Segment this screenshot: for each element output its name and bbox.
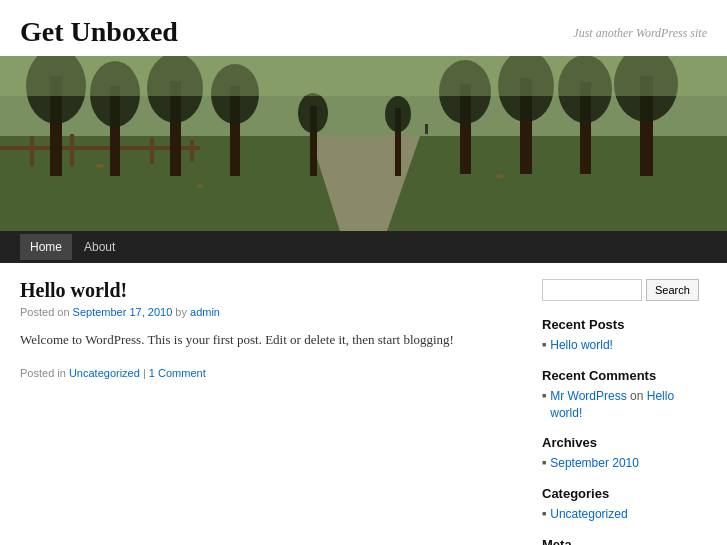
svg-point-31: [96, 164, 104, 168]
categories-list: Uncategorized: [542, 506, 707, 523]
post-comments-link[interactable]: 1 Comment: [149, 367, 206, 379]
site-header: Get Unboxed Just another WordPress site: [0, 0, 727, 56]
list-item: September 2010: [542, 455, 707, 472]
recent-posts-list: Hello world!: [542, 337, 707, 354]
search-button[interactable]: Search: [646, 279, 699, 301]
nav-item-about[interactable]: About: [74, 234, 125, 260]
archives-list: September 2010: [542, 455, 707, 472]
meta-section: Meta Log in Entries RSS Comments RSS Wor…: [542, 537, 707, 545]
post-body: Welcome to WordPress. This is your first…: [20, 330, 522, 351]
category-link[interactable]: Uncategorized: [550, 506, 627, 523]
main-content: Hello world! Posted on September 17, 201…: [20, 279, 522, 545]
list-item: Uncategorized: [542, 506, 707, 523]
hero-image: [0, 56, 727, 231]
search-input[interactable]: [542, 279, 642, 301]
recent-posts-heading: Recent Posts: [542, 317, 707, 332]
post-author[interactable]: admin: [190, 306, 220, 318]
categories-heading: Categories: [542, 486, 707, 501]
post-footer: Posted in Uncategorized | 1 Comment: [20, 367, 522, 379]
archives-section: Archives September 2010: [542, 435, 707, 472]
archive-link[interactable]: September 2010: [550, 455, 639, 472]
sidebar: Search Recent Posts Hello world! Recent …: [542, 279, 707, 545]
list-item: Mr WordPress on Hello world!: [542, 388, 707, 422]
svg-point-32: [197, 184, 203, 188]
svg-rect-30: [0, 56, 727, 96]
svg-rect-8: [190, 140, 194, 162]
search-box: Search: [542, 279, 707, 301]
post-date[interactable]: September 17, 2010: [73, 306, 173, 318]
recent-post-link[interactable]: Hello world!: [550, 337, 613, 354]
site-tagline: Just another WordPress site: [573, 26, 707, 41]
content-area: Hello world! Posted on September 17, 201…: [0, 263, 727, 545]
main-nav: Home About: [0, 231, 727, 263]
svg-point-28: [385, 96, 411, 132]
post-title: Hello world!: [20, 279, 522, 302]
meta-heading: Meta: [542, 537, 707, 545]
commenter-link[interactable]: Mr WordPress: [550, 389, 626, 403]
svg-rect-5: [70, 134, 74, 166]
svg-rect-4: [30, 136, 34, 166]
svg-point-33: [496, 174, 504, 178]
post-meta: Posted on September 17, 2010 by admin: [20, 306, 522, 318]
nav-item-home[interactable]: Home: [20, 234, 72, 260]
post-category[interactable]: Uncategorized: [69, 367, 140, 379]
site-title: Get Unboxed: [20, 16, 178, 48]
list-item: Hello world!: [542, 337, 707, 354]
recent-posts-section: Recent Posts Hello world!: [542, 317, 707, 354]
recent-comments-section: Recent Comments Mr WordPress on Hello wo…: [542, 368, 707, 422]
svg-rect-29: [425, 124, 428, 134]
svg-rect-7: [150, 138, 154, 164]
svg-point-26: [298, 93, 328, 133]
archives-heading: Archives: [542, 435, 707, 450]
recent-comments-list: Mr WordPress on Hello world!: [542, 388, 707, 422]
recent-comments-heading: Recent Comments: [542, 368, 707, 383]
categories-section: Categories Uncategorized: [542, 486, 707, 523]
